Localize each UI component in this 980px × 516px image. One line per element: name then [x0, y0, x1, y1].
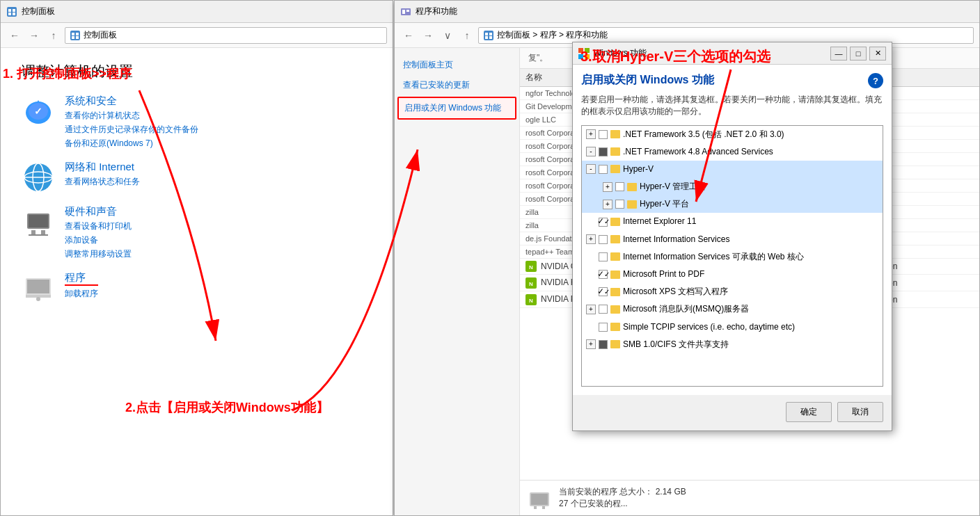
- windows-features-dialog: Windows 功能 — □ ✕ 启用或关闭 Windows 功能 ? 若要启用…: [572, 42, 892, 431]
- tree-item-hyperv[interactable]: - Hyper-V: [582, 161, 883, 178]
- checkbox-xps[interactable]: ✓: [599, 287, 608, 296]
- pf-forward-btn[interactable]: →: [420, 27, 436, 44]
- pf-footer: 当前安装的程序 总大小： 2.14 GB 27 个已安装的程...: [520, 480, 979, 515]
- tree-item-xps[interactable]: ✓ Microsoft XPS 文档写入程序: [582, 283, 883, 300]
- tree-item-net35[interactable]: + .NET Framework 3.5 (包括 .NET 2.0 和 3.0): [582, 126, 883, 143]
- wf-description: 若要启用一种功能，请选择其复选框。若要关闭一种功能，请清除其复选框。填充的框表示…: [581, 94, 883, 118]
- category-network: 网络和 Internet 查看网络状态和任务: [22, 161, 372, 194]
- svg-rect-42: [534, 506, 537, 509]
- hardware-link-1[interactable]: 添加设备: [65, 234, 132, 246]
- tree-item-smb[interactable]: + SMB 1.0/CIFS 文件共享支持: [582, 336, 883, 353]
- expand-net35[interactable]: +: [586, 129, 596, 139]
- cp-titlebar: 控制面板: [1, 1, 393, 23]
- pf-footer-size: 2.14 GB: [656, 487, 686, 497]
- system-category-text: 系统和安全 查看你的计算机状态 通过文件历史记录保存你的文件备份 备份和还原(W…: [65, 95, 198, 150]
- network-category-text: 网络和 Internet 查看网络状态和任务: [65, 161, 140, 188]
- cp-address-icon: [70, 30, 81, 41]
- system-link-2[interactable]: 备份和还原(Windows 7): [65, 138, 198, 150]
- tree-item-net48[interactable]: - .NET Framework 4.8 Advanced Services: [582, 143, 883, 161]
- nvidia-icon-2: N: [525, 277, 537, 289]
- tree-item-ie11[interactable]: ✓ Internet Explorer 11: [582, 213, 883, 230]
- checkbox-iis[interactable]: [599, 235, 608, 244]
- svg-rect-27: [402, 10, 405, 14]
- network-link-0[interactable]: 查看网络状态和任务: [65, 176, 140, 188]
- system-link-0[interactable]: 查看你的计算机状态: [65, 110, 198, 122]
- pf-up-btn[interactable]: ↑: [459, 27, 475, 44]
- wf-feature-tree[interactable]: + .NET Framework 3.5 (包括 .NET 2.0 和 3.0)…: [581, 125, 883, 387]
- pf-footer-label2: 总大小：: [619, 487, 653, 497]
- wf-maximize-btn[interactable]: □: [850, 47, 867, 61]
- annotation-step1: 1. 打开控制面板>>程序: [3, 65, 132, 82]
- svg-text:✓: ✓: [34, 106, 42, 117]
- checkbox-tcpip[interactable]: [599, 323, 608, 332]
- pf-back-btn[interactable]: ←: [400, 27, 417, 44]
- tree-item-tcpip[interactable]: Simple TCPIP services (i.e. echo, daytim…: [582, 319, 883, 336]
- wf-ok-btn[interactable]: 确定: [786, 402, 832, 422]
- wf-minimize-btn[interactable]: —: [830, 47, 847, 61]
- system-link-1[interactable]: 通过文件历史记录保存你的文件备份: [65, 124, 198, 136]
- checkbox-smb[interactable]: [599, 340, 608, 349]
- pf-down-btn[interactable]: ∨: [439, 27, 456, 44]
- label-iis-web: Internet Information Services 可承载的 Web 核…: [623, 250, 804, 264]
- svg-rect-20: [41, 230, 45, 234]
- tree-item-hyperv-platform[interactable]: + Hyper-V 平台: [582, 195, 883, 213]
- tree-item-hyperv-mgmt[interactable]: + Hyper-V 管理工具: [582, 178, 883, 195]
- programs-category-text: 程序 卸载程序: [65, 271, 98, 300]
- hardware-link-0[interactable]: 查看设备和打印机: [65, 220, 132, 232]
- expand-iis[interactable]: +: [586, 234, 596, 244]
- tree-item-msmq[interactable]: + Microsoft 消息队列(MSMQ)服务器: [582, 300, 883, 318]
- expand-net48[interactable]: -: [586, 147, 596, 156]
- folder-net48: [610, 147, 620, 156]
- wf-heading: 启用或关闭 Windows 功能 ?: [581, 73, 883, 88]
- programs-category-name[interactable]: 程序: [65, 271, 98, 286]
- checkbox-net35[interactable]: [599, 130, 608, 139]
- folder-hyperv-mgmt: [627, 183, 637, 191]
- expand-hyperv-mgmt[interactable]: +: [603, 182, 612, 192]
- wf-help-btn[interactable]: ?: [868, 73, 883, 88]
- wf-cancel-btn[interactable]: 取消: [837, 402, 883, 422]
- label-xps: Microsoft XPS 文档写入程序: [623, 285, 728, 298]
- cp-titlebar-title: 控制面板: [22, 6, 55, 17]
- pf-sidebar-windows-features[interactable]: 启用或关闭 Windows 功能: [397, 97, 516, 120]
- wf-dialog-buttons: 确定 取消: [573, 395, 892, 430]
- checkbox-ie11[interactable]: ✓: [599, 218, 608, 227]
- checkbox-net48[interactable]: [599, 147, 608, 156]
- checkbox-print-pdf[interactable]: ✓: [599, 270, 608, 279]
- tree-item-iis[interactable]: + Internet Information Services: [582, 231, 883, 248]
- pf-address-bar[interactable]: 控制面板 > 程序 > 程序和功能: [478, 27, 974, 44]
- network-category-name[interactable]: 网络和 Internet: [65, 161, 140, 174]
- system-category-name[interactable]: 系统和安全: [65, 95, 198, 108]
- tree-item-iis-web[interactable]: Internet Information Services 可承载的 Web 核…: [582, 248, 883, 266]
- cp-toolbar: ← → ↑ 控制面板: [1, 23, 393, 48]
- svg-rect-7: [76, 33, 79, 35]
- expand-hyperv[interactable]: -: [586, 164, 596, 174]
- folder-iis: [610, 235, 620, 243]
- wf-dialog-title: 启用或关闭 Windows 功能: [581, 73, 714, 88]
- pf-repair-hint: 复"。: [528, 52, 548, 64]
- programs-link-0[interactable]: 卸载程序: [65, 288, 98, 300]
- checkbox-iis-web[interactable]: [599, 252, 608, 261]
- checkbox-hyperv-platform[interactable]: [615, 200, 624, 209]
- svg-text:N: N: [529, 281, 533, 287]
- expand-hyperv-platform[interactable]: +: [603, 200, 612, 209]
- programs-icon: [22, 271, 55, 305]
- pf-sidebar-updates[interactable]: 查看已安装的更新: [395, 75, 519, 95]
- checkbox-hyperv-mgmt[interactable]: [615, 182, 624, 191]
- cp-back-btn[interactable]: ←: [6, 27, 23, 44]
- cp-forward-btn[interactable]: →: [26, 27, 42, 44]
- expand-msmq[interactable]: +: [586, 305, 596, 314]
- cp-address-bar[interactable]: 控制面板: [65, 27, 387, 44]
- pf-footer-icon: [528, 487, 551, 509]
- tree-item-print-pdf[interactable]: ✓ Microsoft Print to PDF: [582, 266, 883, 283]
- checkbox-hyperv[interactable]: [599, 165, 608, 174]
- svg-text:N: N: [529, 264, 533, 271]
- pf-sidebar-home[interactable]: 控制面板主页: [395, 55, 519, 75]
- folder-ie11: [610, 218, 620, 226]
- svg-rect-23: [27, 280, 49, 293]
- checkbox-msmq[interactable]: [599, 305, 608, 314]
- wf-close-btn[interactable]: ✕: [869, 47, 886, 61]
- hardware-category-name[interactable]: 硬件和声音: [65, 205, 132, 218]
- cp-up-btn[interactable]: ↑: [45, 27, 62, 44]
- expand-smb[interactable]: +: [586, 339, 596, 349]
- hardware-link-2[interactable]: 调整常用移动设置: [65, 248, 132, 260]
